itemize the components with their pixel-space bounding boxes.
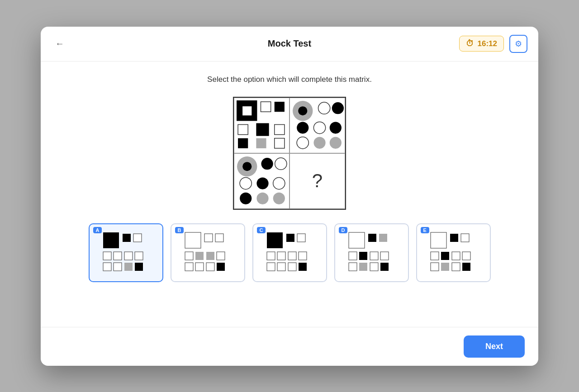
- settings-icon: ⚙: [515, 39, 522, 49]
- app-window: ← Mock Test ⏱ 16:12 ⚙ Select the option …: [41, 27, 538, 366]
- svg-rect-53: [286, 234, 294, 242]
- svg-rect-34: [114, 252, 122, 260]
- svg-point-14: [297, 122, 308, 133]
- svg-rect-69: [380, 252, 389, 260]
- header: ← Mock Test ⏱ 16:12 ⚙: [41, 27, 538, 61]
- svg-point-28: [256, 192, 268, 204]
- svg-rect-45: [195, 252, 204, 260]
- settings-button[interactable]: ⚙: [509, 35, 527, 53]
- svg-point-18: [313, 137, 325, 148]
- svg-rect-44: [185, 252, 193, 260]
- svg-rect-66: [349, 252, 357, 260]
- option-d[interactable]: D: [334, 223, 409, 282]
- option-e-label: E: [421, 227, 429, 233]
- content-area: Select the option which will complete th…: [41, 61, 538, 327]
- option-a-label: A: [93, 227, 102, 233]
- svg-point-24: [240, 177, 252, 189]
- svg-rect-52: [267, 232, 283, 248]
- footer: Next: [41, 327, 538, 366]
- matrix-cell-top-right: [290, 98, 345, 153]
- svg-point-16: [330, 122, 342, 133]
- svg-rect-38: [114, 263, 122, 271]
- option-b[interactable]: B: [171, 223, 245, 282]
- svg-point-22: [261, 158, 273, 170]
- svg-point-27: [240, 192, 252, 204]
- svg-rect-1: [242, 106, 252, 115]
- svg-rect-43: [215, 234, 223, 242]
- svg-rect-46: [206, 252, 214, 260]
- timer-value: 16:12: [478, 39, 497, 48]
- svg-rect-54: [297, 234, 305, 242]
- options-row: A: [89, 223, 491, 282]
- svg-point-25: [256, 177, 268, 189]
- question-text: Select the option which will complete th…: [207, 75, 372, 84]
- svg-rect-70: [349, 263, 357, 271]
- svg-rect-67: [359, 252, 367, 260]
- svg-rect-64: [368, 234, 376, 242]
- svg-rect-81: [431, 263, 439, 271]
- svg-rect-59: [267, 263, 275, 271]
- svg-rect-47: [217, 252, 225, 260]
- svg-rect-78: [441, 252, 449, 260]
- svg-rect-32: [133, 234, 142, 242]
- svg-rect-61: [288, 263, 296, 271]
- svg-rect-75: [450, 234, 458, 242]
- svg-rect-83: [452, 263, 460, 271]
- svg-rect-3: [275, 102, 285, 112]
- svg-point-17: [297, 137, 308, 148]
- svg-rect-40: [135, 263, 143, 271]
- question-mark: ?: [312, 170, 323, 192]
- svg-rect-74: [431, 232, 446, 248]
- svg-rect-79: [452, 252, 460, 260]
- page-title: Mock Test: [268, 38, 311, 49]
- option-c[interactable]: C: [252, 223, 327, 282]
- matrix-cell-bottom-left: [234, 153, 290, 209]
- svg-rect-65: [379, 234, 387, 242]
- svg-rect-84: [462, 263, 470, 271]
- svg-rect-49: [195, 263, 204, 271]
- svg-rect-33: [103, 252, 111, 260]
- svg-rect-6: [275, 124, 285, 134]
- timer-icon: ⏱: [466, 39, 474, 48]
- svg-point-19: [330, 137, 342, 148]
- svg-rect-2: [261, 102, 271, 112]
- svg-rect-4: [238, 124, 248, 134]
- option-e[interactable]: E: [416, 223, 491, 282]
- svg-rect-5: [256, 123, 269, 136]
- option-a[interactable]: A: [89, 223, 163, 282]
- option-c-label: C: [257, 227, 266, 233]
- svg-rect-73: [380, 263, 389, 271]
- svg-rect-35: [124, 252, 133, 260]
- matrix-cell-top-left: [234, 98, 290, 153]
- svg-rect-82: [441, 263, 449, 271]
- svg-rect-8: [256, 138, 266, 148]
- svg-rect-71: [359, 263, 367, 271]
- timer-badge: ⏱ 16:12: [459, 36, 504, 52]
- svg-rect-76: [461, 234, 469, 242]
- option-b-label: B: [175, 227, 184, 233]
- svg-point-23: [275, 158, 287, 170]
- svg-rect-58: [299, 252, 307, 260]
- option-d-label: D: [339, 227, 348, 233]
- next-button[interactable]: Next: [464, 335, 525, 358]
- matrix-grid: ?: [233, 97, 346, 210]
- svg-rect-7: [238, 138, 248, 148]
- header-controls: ⏱ 16:12 ⚙: [459, 35, 527, 53]
- back-button[interactable]: ←: [52, 37, 68, 51]
- svg-rect-41: [185, 232, 201, 248]
- svg-rect-56: [277, 252, 285, 260]
- svg-rect-48: [185, 263, 193, 271]
- svg-point-21: [242, 162, 252, 171]
- svg-rect-72: [370, 263, 378, 271]
- svg-rect-36: [135, 252, 143, 260]
- svg-rect-80: [462, 252, 470, 260]
- svg-rect-37: [103, 263, 111, 271]
- back-icon: ←: [55, 38, 64, 48]
- svg-rect-9: [275, 138, 285, 148]
- svg-point-15: [313, 122, 325, 133]
- svg-rect-55: [267, 252, 275, 260]
- svg-rect-68: [370, 252, 378, 260]
- svg-point-26: [273, 177, 285, 189]
- svg-rect-50: [206, 263, 214, 271]
- svg-point-13: [332, 102, 344, 114]
